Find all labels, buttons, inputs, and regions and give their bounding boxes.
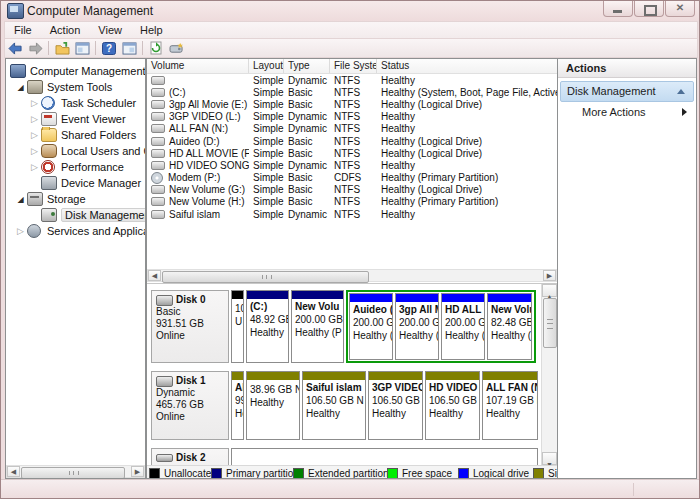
partition-unnamed-volume[interactable]: 38.96 GB N Healthy — [246, 371, 300, 440]
disk-2-label[interactable]: Disk 2 Removable (Q:) — [151, 448, 229, 466]
partition-hd-video[interactable]: HD VIDEO S 106.50 GB N Healthy — [425, 371, 480, 440]
scroll-up-button[interactable]: ▲ — [542, 284, 557, 297]
scrollbar-thumb[interactable] — [21, 467, 125, 479]
tree-item-storage[interactable]: ◢ Storage — [6, 191, 145, 207]
collapsed-arrow-icon[interactable]: ▷ — [28, 98, 41, 108]
collapsed-arrow-icon[interactable]: ▷ — [28, 162, 41, 172]
volume-row[interactable]: Auideo (D:) Simple Basic NTFS Healthy (L… — [147, 135, 557, 147]
partition-unallocated[interactable]: 10 U — [231, 290, 244, 363]
tree-item-task-scheduler[interactable]: ▷ Task Scheduler — [6, 95, 145, 111]
tree-horizontal-scrollbar[interactable]: ◀ ▶ — [6, 465, 145, 478]
help-button[interactable]: ? — [99, 40, 119, 57]
volume-list-horizontal-scrollbar[interactable]: ◀ ▶ — [147, 269, 557, 282]
scroll-left-button[interactable]: ◀ — [148, 270, 161, 281]
disk-1-label[interactable]: Disk 1 Dynamic 465.76 GB Online — [151, 371, 229, 440]
volume-icon — [151, 137, 165, 146]
partition-color-band — [488, 294, 531, 302]
tree-item-disk-management[interactable]: Disk Management — [6, 207, 145, 223]
console-window-icon — [122, 42, 137, 55]
tree-item-device-manager[interactable]: Device Manager — [6, 175, 145, 191]
scroll-right-button[interactable]: ▶ — [131, 466, 144, 477]
collapsed-arrow-icon[interactable]: ▷ — [14, 226, 27, 236]
partition-auideo[interactable]: Auideo ( 200.00 GB Healthy ( — [349, 293, 393, 360]
partition-hd-all-movie[interactable]: HD ALL M 200.00 GB Healthy (L — [441, 293, 485, 360]
show-actions-pane-button[interactable] — [119, 40, 139, 57]
volume-row[interactable]: 3GP VIDEO (L:) Simple Dynamic NTFS Healt… — [147, 111, 557, 123]
partition-simple-small[interactable]: AL 99 He — [231, 371, 244, 440]
tree-item-computer-management[interactable]: Computer Management (Local — [6, 63, 145, 79]
scrollbar-thumb[interactable] — [162, 271, 369, 283]
volume-row[interactable]: ALL FAN (N:) Simple Dynamic NTFS Healthy — [147, 123, 557, 135]
title-bar[interactable]: Computer Management ✕ — [1, 1, 699, 21]
close-button[interactable]: ✕ — [665, 1, 695, 17]
scroll-right-button[interactable]: ▶ — [543, 270, 556, 281]
show-console-button[interactable] — [72, 40, 92, 57]
volume-row[interactable]: New Volume (H:) Simple Basic NTFS Health… — [147, 196, 557, 208]
disk-0-label[interactable]: Disk 0 Basic 931.51 GB Online — [151, 290, 229, 363]
status-bar — [1, 479, 700, 499]
menu-help[interactable]: Help — [131, 22, 172, 38]
partition-saiful-islam[interactable]: Saiful islam 106.50 GB N Healthy — [302, 371, 366, 440]
column-header-layout[interactable]: Layout — [249, 59, 284, 73]
tree-item-shared-folders[interactable]: ▷ Shared Folders — [6, 127, 145, 143]
scroll-left-button[interactable]: ◀ — [7, 466, 20, 477]
scroll-down-button[interactable]: ▼ — [542, 452, 557, 465]
partition-3gp-video[interactable]: 3GP VIDEO 106.50 GB N Healthy — [368, 371, 423, 440]
disk-view-vertical-scrollbar[interactable]: ▲ ▼ — [541, 284, 557, 465]
scrollbar-thumb[interactable] — [543, 298, 557, 348]
volume-row[interactable]: HD VIDEO SONG (M:) Simple Dynamic NTFS H… — [147, 159, 557, 171]
tree-item-event-viewer[interactable]: ▷ Event Viewer — [6, 111, 145, 127]
column-header-type[interactable]: Type — [284, 59, 330, 73]
volume-icon — [151, 76, 165, 85]
volume-row[interactable]: (C:) Simple Basic NTFS Healthy (System, … — [147, 86, 557, 98]
expanded-arrow-icon[interactable]: ◢ — [14, 195, 27, 204]
extended-partition-group: Auideo ( 200.00 GB Healthy ( 3gp All M 2… — [346, 290, 536, 363]
partition-all-fan[interactable]: ALL FAN (N 107.19 GB N Healthy — [482, 371, 538, 440]
collapsed-arrow-icon[interactable]: ▷ — [28, 146, 41, 156]
menu-bar: File Action View Help — [4, 21, 698, 39]
column-header-volume[interactable]: Volume — [147, 59, 249, 73]
legend-item: Simple volu — [533, 468, 557, 479]
legend-item: Free space — [387, 468, 452, 479]
refresh-icon — [149, 41, 163, 55]
window-controls: ✕ — [602, 1, 695, 17]
more-actions-item[interactable]: More Actions — [558, 102, 696, 122]
volume-row[interactable]: Simple Dynamic NTFS Healthy — [147, 74, 557, 86]
collapse-icon[interactable] — [677, 89, 685, 94]
expanded-arrow-icon[interactable]: ◢ — [14, 83, 27, 92]
partition-c-drive[interactable]: (C:) 48.92 GB Healthy — [246, 290, 289, 363]
volume-row[interactable]: 3gp All Movie (E:) Simple Basic NTFS Hea… — [147, 98, 557, 110]
back-button[interactable] — [5, 40, 25, 57]
volume-row[interactable]: New Volume (G:) Simple Basic NTFS Health… — [147, 184, 557, 196]
tree-item-system-tools[interactable]: ◢ System Tools — [6, 79, 145, 95]
tree-item-performance[interactable]: ▷ Performance — [6, 159, 145, 175]
maximize-button[interactable] — [634, 1, 664, 17]
collapsed-arrow-icon[interactable]: ▷ — [28, 130, 41, 140]
volume-row[interactable]: Saiful islam Simple Dynamic NTFS Healthy — [147, 208, 557, 220]
partition-new-volume-2[interactable]: New Volu 82.48 GB Healthy ( — [487, 293, 532, 360]
actions-disk-management-group[interactable]: Disk Management — [560, 81, 694, 102]
disk-tool-button[interactable] — [166, 40, 186, 57]
svg-text:?: ? — [106, 43, 112, 54]
partition-color-band — [232, 372, 243, 380]
refresh-button[interactable] — [146, 40, 166, 57]
volume-row[interactable]: Modem (P:) Simple Basic CDFS Healthy (Pr… — [147, 172, 557, 184]
menu-view[interactable]: View — [89, 22, 131, 38]
actions-pane: Actions Disk Management More Actions — [557, 58, 697, 479]
toolbar-separator — [48, 41, 49, 55]
partition-new-volume[interactable]: New Volu 200.00 GB Healthy (P — [291, 290, 344, 363]
column-header-status[interactable]: Status — [377, 59, 557, 73]
forward-button[interactable] — [25, 40, 45, 57]
partition-3gp-all-movie[interactable]: 3gp All M 200.00 GB Healthy (L — [395, 293, 439, 360]
export-list-button[interactable] — [52, 40, 72, 57]
partition-empty-removable[interactable] — [231, 448, 538, 466]
menu-file[interactable]: File — [5, 22, 41, 38]
tree-item-local-users-groups[interactable]: ▷ Local Users and Groups — [6, 143, 145, 159]
menu-action[interactable]: Action — [41, 22, 90, 38]
disk-icon — [156, 376, 173, 387]
tree-item-services-applications[interactable]: ▷ Services and Applications — [6, 223, 145, 239]
volume-row[interactable]: HD ALL MOVIE (F:) Simple Basic NTFS Heal… — [147, 147, 557, 159]
collapsed-arrow-icon[interactable]: ▷ — [28, 114, 41, 124]
minimize-button[interactable] — [603, 1, 633, 17]
column-header-file-system[interactable]: File System — [330, 59, 377, 73]
